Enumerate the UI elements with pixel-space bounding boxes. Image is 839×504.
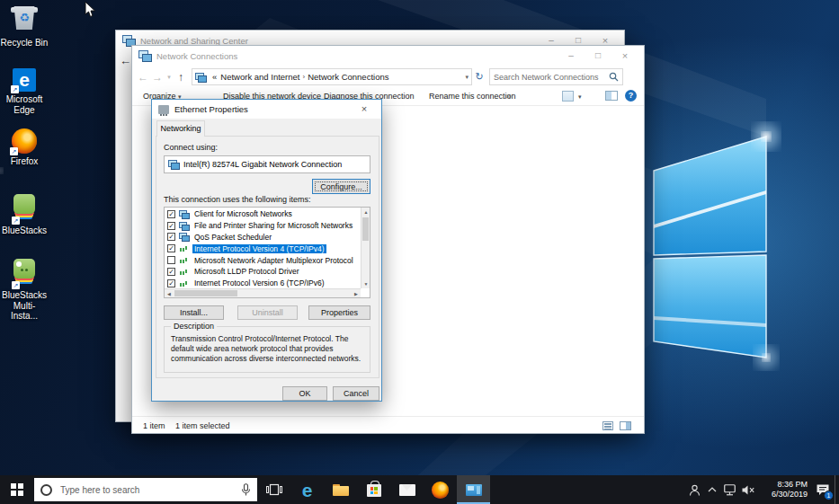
start-button[interactable]	[0, 475, 34, 504]
view-caret-icon[interactable]: ▾	[578, 93, 582, 101]
item-checkbox[interactable]: ✓	[167, 222, 175, 230]
thumbnail-view-button[interactable]	[620, 421, 631, 430]
search-box[interactable]	[489, 68, 623, 85]
description-groupbox: Description Transmission Control Protoco…	[164, 326, 370, 373]
more-commands-chevron[interactable]: »	[506, 92, 511, 101]
search-input[interactable]	[494, 73, 609, 82]
taskbar-search-input[interactable]	[60, 485, 241, 495]
refresh-button[interactable]: ↻	[472, 71, 486, 83]
network-status-button[interactable]	[721, 475, 739, 504]
taskbar: e	[0, 475, 839, 504]
scrollbar-thumb[interactable]	[362, 217, 369, 241]
tab-networking[interactable]: Networking	[156, 120, 205, 137]
scrollbar-thumb[interactable]	[174, 290, 237, 296]
rename-connection-command[interactable]: Rename this connection	[429, 92, 516, 101]
vertical-scrollbar[interactable]: ▲ ▼	[361, 208, 370, 288]
task-view-button[interactable]	[257, 475, 290, 504]
nc-maximize-button[interactable]: □	[585, 46, 611, 66]
nc-minimize-button[interactable]: –	[558, 46, 585, 66]
shortcut-arrow-icon: ↗	[11, 85, 19, 93]
firefox-icon	[432, 482, 449, 499]
recent-pages-caret-icon[interactable]: ▾	[165, 74, 174, 81]
breadcrumb-prefix: «	[210, 72, 219, 82]
taskbar-edge-button[interactable]: e	[290, 475, 324, 504]
protocol-item[interactable]: ✓ Client for Microsoft Networks	[165, 208, 360, 220]
connection-items-label: This connection uses the following items…	[164, 195, 311, 204]
desktop-icon-bluestacks[interactable]: ↗ BlueStacks	[0, 194, 49, 236]
breadcrumb-network-connections[interactable]: Network Connections	[306, 72, 390, 82]
protocol-item[interactable]: ✓ QoS Packet Scheduler	[165, 232, 360, 243]
address-dropdown-caret-icon[interactable]: ▾	[461, 74, 469, 81]
microsoft-store-icon	[367, 484, 381, 498]
dialog-titlebar[interactable]: Ethernet Properties ×	[152, 100, 381, 119]
dialog-title: Ethernet Properties	[174, 104, 248, 114]
item-checkbox[interactable]: ✓	[167, 256, 175, 264]
preview-pane-button[interactable]	[605, 91, 618, 101]
tray-overflow-button[interactable]	[703, 475, 721, 504]
desktop-icon-bluestacks-multi[interactable]: ↗ BlueStacks Multi-Insta...	[0, 259, 49, 322]
nsc-back-button[interactable]: ←	[120, 54, 131, 67]
clock[interactable]: 8:36 PM 6/30/2019	[761, 480, 808, 500]
protocol-item[interactable]: ✓ Microsoft Network Adapter Multiplexor …	[165, 254, 360, 266]
item-checkbox[interactable]: ✓	[167, 279, 175, 287]
protocol-item[interactable]: ✓ File and Printer Sharing for Microsoft…	[165, 220, 360, 232]
cancel-button[interactable]: Cancel	[333, 386, 379, 401]
chevron-up-icon	[708, 487, 717, 492]
address-bar[interactable]: « Network and Internet › Network Connect…	[192, 68, 472, 85]
scroll-right-icon[interactable]: ▶	[352, 289, 361, 298]
desktop-icon-label: Recycle Bin	[0, 38, 49, 49]
desktop-icon-label: BlueStacks	[0, 225, 49, 236]
taskbar-mail-button[interactable]	[390, 475, 424, 504]
properties-button[interactable]: Properties	[308, 305, 370, 320]
desktop-icon-recycle-bin[interactable]: ♻ Recycle Bin	[0, 3, 49, 49]
dialog-ethernet-properties: Ethernet Properties × Networking Connect…	[151, 99, 382, 402]
horizontal-scrollbar[interactable]: ◀ ▶	[165, 288, 361, 297]
show-desktop-button[interactable]	[835, 475, 839, 504]
scroll-down-icon[interactable]: ▼	[361, 279, 370, 288]
microphone-icon[interactable]	[241, 483, 251, 497]
desktop-icon-label: BlueStacks Multi-Insta...	[0, 290, 49, 322]
scroll-left-icon[interactable]: ◀	[165, 289, 174, 298]
protocol-icon	[179, 256, 190, 264]
forward-button[interactable]: →	[150, 71, 165, 84]
action-center-button[interactable]: 1	[811, 475, 835, 504]
breadcrumb-network-and-internet[interactable]: Network and Internet	[219, 72, 301, 82]
desktop-icon-microsoft-edge[interactable]: e ↗ Microsoft Edge	[0, 68, 49, 115]
dialog-close-button[interactable]: ×	[353, 100, 376, 119]
item-checkbox[interactable]: ✓	[167, 244, 175, 252]
up-button[interactable]: ↑	[174, 71, 188, 84]
people-button[interactable]	[685, 475, 703, 504]
status-item-count: 1 item	[143, 421, 165, 430]
taskbar-file-explorer-button[interactable]	[324, 475, 357, 504]
change-view-button[interactable]	[562, 91, 574, 102]
help-button[interactable]: ?	[625, 90, 637, 102]
nc-close-button[interactable]: ×	[611, 46, 638, 66]
details-view-button[interactable]	[602, 421, 613, 430]
taskbar-network-connections-button[interactable]	[457, 475, 490, 504]
taskbar-firefox-button[interactable]	[424, 475, 457, 504]
protocol-item[interactable]: ✓ Internet Protocol Version 4 (TCP/IPv4)	[165, 243, 360, 254]
configure-button[interactable]: Configure...	[312, 179, 370, 194]
nsc-window-title: Network and Sharing Center	[140, 36, 248, 46]
protocol-item[interactable]: ✓ Microsoft LLDP Protocol Driver	[165, 266, 360, 278]
item-checkbox[interactable]: ✓	[167, 268, 175, 276]
desktop-icon-firefox[interactable]: ↗ Firefox	[0, 128, 49, 167]
item-checkbox[interactable]: ✓	[167, 210, 175, 218]
taskbar-store-button[interactable]	[357, 475, 390, 504]
edge-icon: e	[302, 481, 313, 500]
install-button[interactable]: Install...	[164, 305, 224, 320]
people-icon	[689, 484, 701, 496]
taskbar-search-box[interactable]	[34, 478, 257, 501]
nc-titlebar[interactable]: Network Connections – □ ×	[132, 46, 644, 66]
shortcut-arrow-icon: ↗	[12, 281, 20, 289]
volume-button[interactable]	[739, 475, 757, 504]
protocol-item[interactable]: ✓ Internet Protocol Version 6 (TCP/IPv6)	[165, 278, 360, 288]
clock-date: 6/30/2019	[772, 490, 808, 499]
ok-button[interactable]: OK	[282, 386, 327, 401]
protocol-list[interactable]: ✓ Client for Microsoft Networks ✓ File a…	[164, 207, 370, 298]
nc-window-title: Network Connections	[156, 51, 237, 61]
scroll-up-icon[interactable]: ▲	[361, 208, 370, 217]
adapter-icon	[168, 160, 179, 169]
item-checkbox[interactable]: ✓	[167, 233, 175, 241]
back-button[interactable]: ←	[136, 71, 150, 84]
